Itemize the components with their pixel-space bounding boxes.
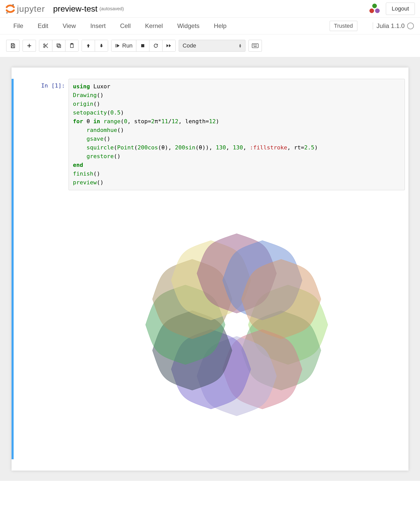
svg-rect-20 <box>254 46 257 47</box>
svg-point-4 <box>375 8 380 13</box>
copy-icon <box>56 43 62 49</box>
logout-button[interactable]: Logout <box>386 3 415 15</box>
kernel-status-idle-icon <box>407 23 414 29</box>
insert-cell-button[interactable] <box>23 40 36 52</box>
menu-edit[interactable]: Edit <box>31 22 55 30</box>
menu-widgets[interactable]: Widgets <box>170 22 207 30</box>
notebook-name[interactable]: preview-test <box>53 4 98 14</box>
svg-point-3 <box>369 8 374 13</box>
input-prompt: In [1]: <box>14 79 69 459</box>
menu-help[interactable]: Help <box>207 22 234 30</box>
command-palette-button[interactable] <box>249 40 262 52</box>
scissors-icon <box>43 43 49 49</box>
stop-icon <box>140 43 145 48</box>
select-arrows-icon: ▲▼ <box>238 44 242 48</box>
menu-insert[interactable]: Insert <box>83 22 113 30</box>
menu-view[interactable]: View <box>55 22 83 30</box>
restart-run-all-button[interactable] <box>163 40 175 51</box>
code-input-area[interactable]: using Luxor Drawing() origin() setopacit… <box>69 79 405 190</box>
svg-rect-9 <box>58 45 61 47</box>
notebook-header: jupyter preview-test (autosaved) Logout <box>0 0 420 18</box>
move-up-button[interactable] <box>82 40 95 51</box>
run-button-label: Run <box>122 42 132 49</box>
run-button[interactable]: Run <box>111 40 136 51</box>
fast-forward-icon <box>166 43 172 48</box>
cell-type-select[interactable]: Code ▲▼ <box>179 40 245 52</box>
svg-rect-15 <box>252 44 258 48</box>
cell-type-value: Code <box>183 42 196 49</box>
menubar: File Edit View Insert Cell Kernel Widget… <box>0 18 420 34</box>
arrow-down-icon <box>99 43 104 48</box>
notebook-container: In [1]: using Luxor Drawing() origin() s… <box>12 68 408 471</box>
menu-kernel[interactable]: Kernel <box>138 22 170 30</box>
julia-logo-icon <box>367 3 380 14</box>
cell-output <box>69 190 405 459</box>
restart-icon <box>153 43 158 48</box>
notebook-background: In [1]: using Luxor Drawing() origin() s… <box>0 57 420 481</box>
save-icon <box>10 43 16 49</box>
toolbar: Run Code ▲▼ <box>0 34 420 57</box>
kernel-name[interactable]: Julia 1.1.0 <box>377 22 405 30</box>
svg-point-18 <box>255 45 256 45</box>
plus-icon <box>26 43 32 49</box>
save-button[interactable] <box>6 40 20 52</box>
arrow-up-icon <box>86 43 91 48</box>
cut-button[interactable] <box>39 40 52 51</box>
run-group: Run <box>111 40 176 52</box>
menu-cell[interactable]: Cell <box>113 22 138 30</box>
svg-point-19 <box>256 45 257 45</box>
svg-point-17 <box>254 45 255 45</box>
run-step-icon <box>115 43 120 48</box>
paste-button[interactable] <box>65 40 78 51</box>
svg-rect-14 <box>141 44 144 47</box>
divider <box>373 22 373 30</box>
code-cell[interactable]: In [1]: using Luxor Drawing() origin() s… <box>12 79 408 459</box>
keyboard-icon <box>252 43 259 48</box>
interrupt-button[interactable] <box>136 40 149 51</box>
jupyter-logo-text: jupyter <box>17 4 45 14</box>
svg-rect-6 <box>12 46 14 48</box>
trusted-indicator[interactable]: Trusted <box>330 21 357 31</box>
autosave-status: (autosaved) <box>100 6 124 12</box>
move-group <box>82 40 108 52</box>
luxor-output-svg <box>108 196 365 453</box>
svg-rect-10 <box>57 44 60 47</box>
paste-icon <box>69 43 75 49</box>
svg-point-2 <box>372 4 377 8</box>
svg-rect-5 <box>12 44 14 45</box>
jupyter-logo[interactable]: jupyter <box>5 4 45 14</box>
svg-rect-13 <box>116 44 117 47</box>
svg-point-1 <box>6 12 8 14</box>
menu-file[interactable]: File <box>6 22 31 30</box>
move-down-button[interactable] <box>95 40 108 51</box>
copy-button[interactable] <box>52 40 65 51</box>
svg-point-16 <box>253 45 254 45</box>
clipboard-group <box>39 40 79 52</box>
restart-button[interactable] <box>149 40 163 51</box>
